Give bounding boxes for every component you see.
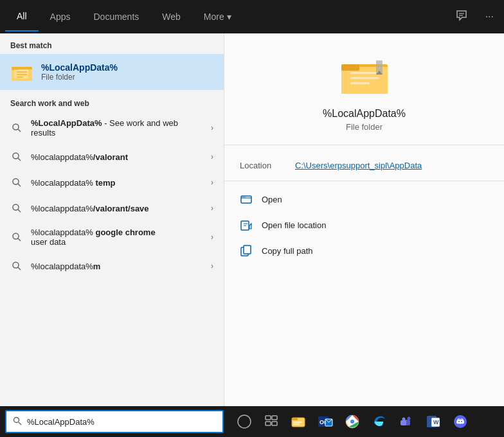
right-panel: %LocalAppData% File folder Location C:\U… bbox=[224, 33, 504, 432]
detail-location: Location C:\Users\erpsupport_sipl\AppDat… bbox=[224, 156, 504, 175]
open-file-location-icon bbox=[240, 219, 253, 231]
svg-line-18 bbox=[18, 238, 21, 241]
svg-rect-55 bbox=[401, 420, 406, 425]
best-match-title: %LocalAppData% bbox=[41, 62, 118, 73]
chevron-right-icon: › bbox=[211, 152, 213, 161]
svg-point-17 bbox=[13, 233, 19, 239]
list-item-text: %localappdata%/valorant/save bbox=[31, 204, 203, 213]
svg-rect-32 bbox=[244, 245, 251, 254]
svg-point-11 bbox=[13, 153, 19, 159]
list-item[interactable]: %localappdata%/valorant/save › bbox=[0, 195, 224, 221]
svg-point-9 bbox=[13, 124, 19, 130]
svg-line-16 bbox=[18, 210, 21, 212]
more-label: More bbox=[204, 12, 224, 22]
action-copy-full-path[interactable]: Copy full path bbox=[224, 238, 504, 263]
taskbar-outlook[interactable]: Ou bbox=[312, 409, 338, 434]
list-item[interactable]: %localappdata%/valorant › bbox=[0, 144, 224, 170]
best-match-subtitle: File folder bbox=[41, 73, 118, 82]
search-icon bbox=[10, 202, 23, 215]
taskbar: %LocalAppData% bbox=[0, 406, 504, 437]
open-folder-icon bbox=[240, 193, 253, 206]
svg-point-52 bbox=[350, 420, 354, 424]
folder-icon-large bbox=[10, 60, 33, 84]
svg-line-10 bbox=[18, 129, 21, 132]
divider2 bbox=[224, 181, 504, 181]
chevron-right-icon: › bbox=[211, 233, 213, 242]
best-match-header: Best match bbox=[0, 33, 224, 54]
list-item-text: %localappdata% temp bbox=[31, 178, 203, 188]
search-icon bbox=[10, 176, 23, 189]
left-panel: Best match %LocalAppData% File folder Se… bbox=[0, 33, 224, 432]
taskbar-search-box[interactable]: %LocalAppData% bbox=[5, 410, 224, 433]
tab-more[interactable]: More ▾ bbox=[192, 3, 243, 31]
svg-text:W: W bbox=[433, 419, 439, 425]
taskbar-task-view[interactable] bbox=[258, 409, 284, 434]
svg-line-14 bbox=[18, 184, 21, 186]
svg-point-35 bbox=[238, 415, 251, 428]
location-value[interactable]: C:\Users\erpsupport_sipl\AppData bbox=[295, 161, 422, 170]
copy-icon bbox=[240, 244, 253, 257]
svg-rect-39 bbox=[272, 422, 277, 425]
action-open-file-location[interactable]: Open file location bbox=[224, 212, 504, 238]
main-area: Best match %LocalAppData% File folder Se… bbox=[0, 33, 504, 432]
top-navigation: All Apps Documents Web More ▾ ··· bbox=[0, 0, 504, 33]
location-label: Location bbox=[240, 161, 285, 170]
svg-rect-29 bbox=[241, 196, 246, 198]
tab-web[interactable]: Web bbox=[150, 3, 192, 31]
svg-line-12 bbox=[18, 158, 21, 161]
taskbar-search-button[interactable] bbox=[231, 409, 257, 434]
svg-point-13 bbox=[13, 179, 19, 184]
detail-title: %LocalAppData% bbox=[323, 108, 406, 120]
tab-apps[interactable]: Apps bbox=[39, 3, 82, 31]
ellipsis-icon[interactable]: ··· bbox=[480, 6, 499, 28]
search-icon bbox=[10, 121, 23, 134]
svg-point-33 bbox=[14, 417, 19, 422]
search-work-web-header: Search work and web bbox=[0, 93, 224, 112]
list-item-text: %LocalAppData% - See work and web result… bbox=[31, 118, 203, 138]
more-chevron-icon: ▾ bbox=[227, 12, 231, 22]
action-open-label: Open bbox=[262, 195, 282, 204]
svg-rect-24 bbox=[350, 77, 379, 79]
chevron-right-icon: › bbox=[211, 178, 213, 187]
nav-tabs: All Apps Documents Web More ▾ bbox=[5, 2, 243, 31]
svg-rect-36 bbox=[266, 416, 271, 420]
search-icon bbox=[10, 260, 23, 272]
taskbar-chrome[interactable] bbox=[339, 409, 365, 434]
list-item[interactable]: %localappdata%m › bbox=[0, 253, 224, 279]
detail-subtitle: File folder bbox=[346, 122, 382, 132]
action-copy-full-path-label: Copy full path bbox=[262, 246, 313, 256]
tab-all[interactable]: All bbox=[5, 2, 39, 31]
taskbar-word[interactable]: W bbox=[420, 409, 446, 434]
list-item[interactable]: %localappdata% temp › bbox=[0, 170, 224, 195]
list-item-text: %localappdata%/valorant bbox=[31, 152, 203, 162]
action-open[interactable]: Open bbox=[224, 186, 504, 212]
svg-rect-23 bbox=[350, 72, 379, 74]
divider bbox=[224, 145, 504, 145]
taskbar-edge[interactable] bbox=[366, 409, 392, 434]
svg-point-19 bbox=[13, 262, 19, 268]
best-match-text: %LocalAppData% File folder bbox=[41, 62, 118, 82]
chevron-right-icon: › bbox=[211, 123, 213, 132]
best-match-item[interactable]: %LocalAppData% File folder bbox=[0, 54, 224, 90]
svg-point-56 bbox=[402, 418, 406, 421]
list-item[interactable]: %localappdata% google chromeuser data › bbox=[0, 221, 224, 253]
svg-line-34 bbox=[19, 422, 21, 425]
svg-rect-22 bbox=[341, 64, 359, 71]
svg-rect-38 bbox=[266, 422, 271, 425]
svg-rect-42 bbox=[293, 422, 302, 423]
nav-right-icons: ··· bbox=[451, 4, 499, 29]
svg-point-15 bbox=[13, 204, 19, 210]
detail-folder-icon bbox=[339, 53, 390, 98]
tab-documents[interactable]: Documents bbox=[82, 3, 150, 31]
list-item[interactable]: %LocalAppData% - See work and web result… bbox=[0, 112, 224, 144]
list-item-text: %localappdata%m bbox=[31, 262, 203, 271]
list-item-text: %localappdata% google chromeuser data bbox=[31, 227, 203, 247]
taskbar-file-explorer[interactable] bbox=[285, 409, 311, 434]
taskbar-teams[interactable] bbox=[393, 409, 419, 434]
svg-rect-41 bbox=[292, 418, 298, 420]
taskbar-search-value: %LocalAppData% bbox=[27, 417, 216, 427]
feedback-icon[interactable] bbox=[451, 4, 473, 29]
svg-line-20 bbox=[18, 267, 21, 270]
svg-rect-25 bbox=[350, 82, 370, 84]
taskbar-discord[interactable] bbox=[447, 409, 473, 434]
